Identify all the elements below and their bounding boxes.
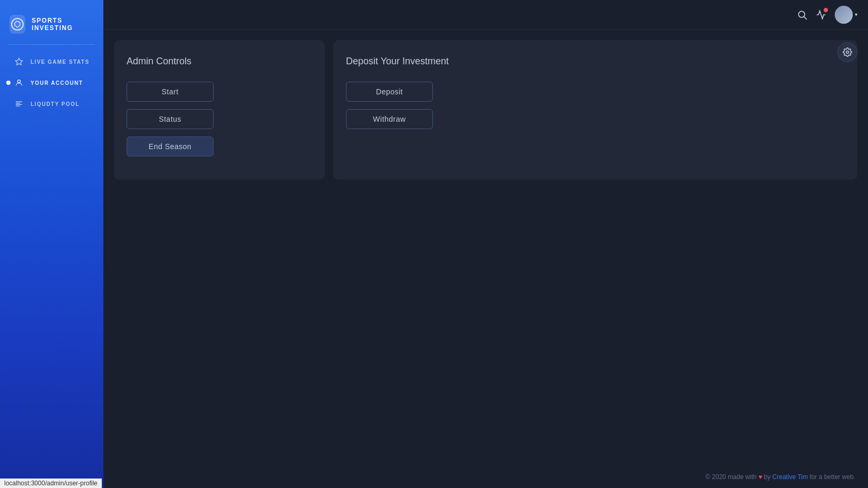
start-button[interactable]: Start (127, 82, 214, 102)
admin-controls-card: Admin Controls Start Status End Season (114, 40, 325, 180)
footer: © 2020 made with ♥ by Creative Tim for a… (706, 473, 855, 481)
svg-point-8 (846, 51, 849, 54)
sidebar: SPORTS INVESTING LIVE GAME STATS YOUR AC… (0, 0, 103, 488)
main-content: Admin Controls Start Status End Season D… (103, 0, 868, 488)
brand-logo-icon (11, 18, 24, 31)
sidebar-item-liquidity-pool[interactable]: LIQUDTY POOL (4, 94, 99, 113)
content-area: Admin Controls Start Status End Season D… (103, 30, 868, 190)
chevron-down-icon: ▾ (855, 12, 857, 17)
sidebar-item-your-account[interactable]: YOUR ACCOUNT (4, 73, 99, 92)
status-button[interactable]: Status (127, 109, 214, 129)
search-icon (797, 9, 807, 20)
sidebar-item-live-game-stats[interactable]: LIVE GAME STATS (4, 52, 99, 71)
search-button[interactable] (797, 9, 807, 20)
brand-logo (9, 15, 25, 34)
deposit-investment-title: Deposit Your Investment (346, 56, 845, 67)
list-icon (14, 100, 24, 108)
user-icon (14, 79, 24, 87)
sidebar-item-label-liquidity-pool: LIQUDTY POOL (31, 101, 80, 107)
deposit-investment-card: Deposit Your Investment Deposit Withdraw (333, 40, 857, 180)
footer-text-by: by (762, 473, 772, 481)
svg-point-1 (17, 80, 20, 83)
withdraw-button[interactable]: Withdraw (346, 109, 433, 129)
user-menu[interactable]: ▾ (835, 6, 857, 24)
sidebar-brand-name: SPORTS INVESTING (32, 17, 94, 32)
sidebar-divider (8, 44, 95, 45)
avatar-image (835, 6, 853, 24)
svg-line-7 (804, 16, 807, 19)
star-icon (14, 57, 24, 66)
navbar: YOUR ACCOUNT ▾ (0, 0, 868, 30)
footer-text-suffix: for a better web. (808, 473, 855, 481)
browser-status-bar: localhost:3000/admin/user-profile (0, 479, 102, 488)
settings-button[interactable] (837, 42, 857, 62)
status-url: localhost:3000/admin/user-profile (4, 480, 98, 487)
avatar (835, 6, 853, 24)
creative-tim-link[interactable]: Creative Tim (773, 473, 808, 481)
admin-controls-title: Admin Controls (127, 56, 312, 67)
sidebar-item-label-your-account: YOUR ACCOUNT (31, 80, 83, 86)
navbar-right: ▾ (797, 6, 857, 24)
activity-button[interactable] (816, 9, 826, 20)
end-season-button[interactable]: End Season (127, 136, 214, 157)
sidebar-item-label-live-game-stats: LIVE GAME STATS (31, 59, 90, 65)
svg-marker-0 (15, 58, 22, 65)
deposit-button[interactable]: Deposit (346, 82, 433, 102)
footer-text-prefix: © 2020 made with (706, 473, 758, 481)
gear-icon (843, 47, 852, 57)
active-indicator (6, 81, 11, 85)
notification-dot (824, 8, 828, 12)
sidebar-brand: SPORTS INVESTING (0, 8, 103, 44)
